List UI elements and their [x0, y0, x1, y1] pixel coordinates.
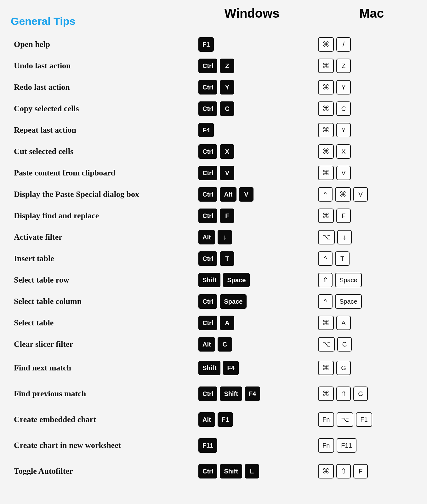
- windows-keys: CtrlZ: [192, 59, 312, 73]
- key-windows: F4: [245, 387, 260, 401]
- key-mac: F: [336, 209, 351, 223]
- shortcut-row: Clear slicer filterAltC⌥C: [9, 334, 418, 355]
- key-mac: Space: [335, 273, 362, 287]
- key-windows: Ctrl: [198, 294, 217, 309]
- key-mac: ⌘: [318, 144, 334, 159]
- shortcut-row: Open helpF1⌘/: [9, 34, 418, 55]
- key-windows: F4: [198, 123, 214, 137]
- key-windows: C: [220, 101, 234, 116]
- shortcut-label: Find next match: [9, 363, 192, 373]
- shortcut-label: Create embedded chart: [9, 415, 192, 424]
- mac-keys: ⌘⇧G: [312, 387, 427, 401]
- key-mac: Y: [336, 80, 351, 94]
- key-mac: ⌘: [318, 387, 334, 401]
- windows-keys: AltF1: [192, 412, 312, 427]
- shortcut-row: Redo last actionCtrlY⌘Y: [9, 77, 418, 98]
- key-mac: F11: [337, 438, 356, 453]
- shortcut-reference-page: General Tips Windows Mac Open helpF1⌘/Un…: [0, 0, 427, 503]
- shortcut-row: Select table rowShiftSpace⇧Space: [9, 269, 418, 291]
- shortcut-label: Clear slicer filter: [9, 340, 192, 349]
- key-windows: A: [220, 316, 234, 330]
- windows-keys: F4: [192, 123, 312, 137]
- shortcut-label: Redo last action: [9, 83, 192, 92]
- shortcut-table: Open helpF1⌘/Undo last actionCtrlZ⌘ZRedo…: [9, 34, 418, 484]
- windows-keys: AltC: [192, 337, 312, 352]
- windows-keys: F11: [192, 438, 312, 453]
- shortcut-label: Find previous match: [9, 389, 192, 398]
- key-windows: Alt: [198, 337, 215, 352]
- shortcut-label: Select table column: [9, 297, 192, 306]
- windows-keys: ShiftF4: [192, 361, 312, 375]
- mac-keys: ⌘X: [312, 144, 427, 159]
- key-mac: ⌘: [318, 101, 334, 116]
- mac-keys: Fn⌥F1: [312, 412, 427, 427]
- key-windows: F1: [218, 412, 233, 427]
- key-windows: F11: [198, 438, 217, 453]
- shortcut-label: Copy selected cells: [9, 104, 192, 113]
- shortcut-row: Create chart in new worksheetF11FnF11: [9, 432, 418, 458]
- shortcut-label: Cut selected cells: [9, 147, 192, 156]
- key-mac: Fn: [318, 412, 334, 427]
- windows-keys: CtrlX: [192, 144, 312, 159]
- key-mac: ⌥: [337, 412, 353, 427]
- key-windows: Ctrl: [198, 316, 217, 330]
- key-windows: Shift: [198, 361, 220, 375]
- key-mac: T: [335, 251, 350, 266]
- section-title: General Tips: [9, 6, 192, 27]
- windows-keys: Alt↓: [192, 230, 312, 244]
- mac-keys: ⌘C: [312, 101, 427, 116]
- key-mac: Z: [336, 59, 351, 73]
- key-mac: Y: [336, 123, 351, 137]
- key-windows: Ctrl: [198, 251, 217, 266]
- key-windows: Alt: [198, 230, 215, 244]
- mac-keys: ⌘G: [312, 361, 427, 375]
- mac-keys: ⌘Y: [312, 80, 427, 94]
- key-mac: C: [336, 101, 351, 116]
- header-row: General Tips Windows Mac: [9, 6, 418, 27]
- key-mac: V: [336, 166, 351, 180]
- shortcut-label: Undo last action: [9, 61, 192, 71]
- shortcut-label: Open help: [9, 40, 192, 49]
- key-mac: G: [353, 387, 368, 401]
- shortcut-label: Select table row: [9, 275, 192, 285]
- key-windows: Ctrl: [198, 59, 217, 73]
- key-mac: ⌘: [318, 464, 334, 478]
- key-mac: ⇧: [336, 464, 351, 478]
- mac-keys: ⌘⇧F: [312, 464, 427, 478]
- key-windows: F: [220, 209, 234, 223]
- key-windows: Ctrl: [198, 209, 217, 223]
- mac-keys: ⌘F: [312, 209, 427, 223]
- key-windows: Ctrl: [198, 464, 217, 478]
- shortcut-row: Insert tableCtrlT^T: [9, 248, 418, 269]
- shortcut-label: Repeat last action: [9, 125, 192, 135]
- key-mac: ^: [318, 251, 333, 266]
- mac-keys: ⌘A: [312, 316, 427, 330]
- key-mac: ⇧: [336, 387, 351, 401]
- key-windows: C: [218, 337, 232, 352]
- windows-keys: CtrlShiftF4: [192, 387, 312, 401]
- windows-keys: CtrlSpace: [192, 294, 312, 309]
- key-mac: C: [337, 337, 352, 352]
- shortcut-row: Find previous matchCtrlShiftF4⌘⇧G: [9, 381, 418, 407]
- shortcut-row: Display the Paste Special dialog boxCtrl…: [9, 184, 418, 205]
- mac-keys: ⇧Space: [312, 273, 427, 287]
- key-windows: Shift: [220, 464, 242, 478]
- mac-keys: ^⌘V: [312, 187, 427, 202]
- shortcut-row: Select table columnCtrlSpace^Space: [9, 291, 418, 312]
- mac-keys: ^Space: [312, 294, 427, 309]
- key-mac: ⌘: [318, 316, 334, 330]
- key-windows: Shift: [220, 387, 242, 401]
- shortcut-label: Activate filter: [9, 232, 192, 242]
- windows-keys: CtrlC: [192, 101, 312, 116]
- key-mac: F1: [356, 412, 372, 427]
- key-windows: Space: [220, 294, 247, 309]
- mac-keys: ⌘/: [312, 37, 427, 52]
- mac-keys: ⌥↓: [312, 230, 427, 244]
- shortcut-row: Toggle AutofilterCtrlShiftL⌘⇧F: [9, 458, 418, 484]
- key-windows: Ctrl: [198, 80, 217, 94]
- key-windows: X: [220, 144, 234, 159]
- key-mac: X: [336, 144, 351, 159]
- key-mac: ↓: [337, 230, 352, 244]
- shortcut-row: Paste content from clipboardCtrlV⌘V: [9, 162, 418, 184]
- windows-keys: CtrlY: [192, 80, 312, 94]
